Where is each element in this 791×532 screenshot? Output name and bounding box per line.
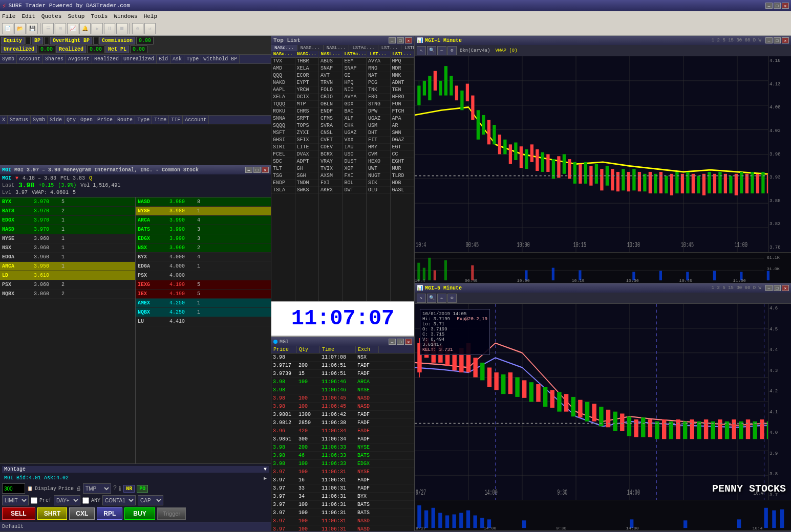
tl-tab-0[interactable]: NASc... (271, 45, 297, 51)
tl-symbol-item[interactable]: TLRD (391, 172, 414, 180)
tl-symbol-item[interactable]: AR (391, 122, 414, 129)
tl-symbol-item[interactable]: AMD (271, 65, 295, 72)
tl-symbol-item[interactable]: XOP (343, 165, 367, 172)
tl-symbol-item[interactable]: TNK (367, 86, 390, 94)
tl-symbol-item[interactable]: SNNA (271, 115, 295, 122)
tl-symbol-item[interactable]: TLT (271, 165, 295, 172)
tl-symbol-item[interactable]: OLU (367, 187, 390, 194)
chart1-minimize[interactable]: — (765, 37, 773, 43)
tl-symbol-item[interactable]: FRO (367, 94, 390, 101)
tl-symbol-item[interactable]: SNAP (319, 65, 343, 72)
limit-select[interactable]: LIMITMKT (2, 495, 29, 505)
tl-symbol-item[interactable]: RNG (367, 65, 390, 72)
tl-symbol-item[interactable]: GASL (391, 187, 414, 194)
cap-select[interactable]: CAP (138, 495, 163, 505)
tl-symbol-item[interactable]: STNG (367, 101, 390, 108)
short-button[interactable]: SHRT (37, 507, 68, 520)
menu-edit[interactable]: Edit (22, 13, 35, 19)
tl-symbol-item[interactable]: SWKS (295, 187, 319, 194)
tl-symbol-item[interactable]: MNK (391, 72, 414, 79)
chart2-window-controls[interactable]: — □ ✕ (765, 285, 789, 291)
menu-file[interactable]: File (2, 13, 15, 19)
chart1-tb-settings[interactable]: ⚙ (447, 46, 457, 55)
chart2-maximize[interactable]: □ (774, 285, 781, 291)
chart1-tb-draw[interactable]: ✏ (437, 46, 446, 55)
maximize-button[interactable]: □ (774, 3, 781, 9)
tl-symbol-item[interactable]: EYPT (295, 79, 319, 86)
l2-bid-row[interactable]: EDGA 3.960 1 (0, 253, 135, 262)
qty-input[interactable] (2, 483, 25, 494)
tl-symbol-item[interactable]: UWT (367, 165, 390, 172)
pref-checkbox[interactable] (31, 497, 37, 504)
tl-symbol-item[interactable]: TVIX (319, 165, 343, 172)
tl-symbol-item[interactable]: HPQ (343, 79, 367, 86)
tb-open[interactable]: 📂 (14, 23, 26, 34)
tb-pause[interactable]: ⏸ (104, 23, 115, 34)
l2-ask-row[interactable]: ARCA 3.990 4 (136, 216, 271, 225)
tl-symbol-item[interactable]: CFMS (319, 115, 343, 122)
chart2-tb-draw[interactable]: ✏ (437, 294, 446, 303)
tl-tab-4[interactable]: LST... (378, 45, 401, 51)
tl-symbol-item[interactable]: UGAZ (343, 129, 367, 137)
tb-new[interactable]: 📄 (2, 23, 13, 34)
toplist-maximize[interactable]: □ (397, 37, 404, 43)
tl-symbol-item[interactable]: HPQ (391, 58, 414, 65)
tb-grid[interactable]: ⊞ (55, 23, 66, 34)
menu-windows[interactable]: Windows (114, 13, 137, 19)
tl-symbol-item[interactable]: SIRI (271, 144, 295, 151)
tl-symbol-item[interactable]: SWN (391, 129, 414, 137)
ts-window-controls[interactable]: — □ ✕ (389, 339, 412, 345)
tl-symbol-item[interactable]: CNSL (319, 129, 343, 137)
tl-symbol-item[interactable]: MTP (295, 101, 319, 108)
tl-symbol-item[interactable]: XELA (295, 65, 319, 72)
tl-symbol-item[interactable]: TEN (391, 86, 414, 94)
l2-bid-row[interactable]: BATS 3.970 2 (0, 207, 135, 216)
tl-symbol-item[interactable]: FIT (367, 137, 390, 144)
tl-symbol-item[interactable]: NUGT (367, 172, 390, 180)
tb-stop[interactable]: ⏹ (116, 23, 127, 34)
l2-ask-row[interactable]: PSX 4.000 (136, 271, 271, 280)
l2-bid-row[interactable]: NSX 3.960 1 (0, 243, 135, 253)
l2-bid-row[interactable]: BYX 3.970 5 (0, 197, 135, 207)
tl-symbol-item[interactable]: NAT (367, 72, 390, 79)
tl-symbol-item[interactable]: EGT (391, 144, 414, 151)
menu-tools[interactable]: Tools (91, 13, 108, 19)
tl-symbol-item[interactable]: CDEV (319, 144, 343, 151)
tl-symbol-item[interactable]: XLF (343, 115, 367, 122)
tl-symbol-item[interactable]: AKRX (319, 187, 343, 194)
l2-bid-row[interactable]: PSX 3.060 2 (0, 280, 135, 290)
tl-symbol-item[interactable]: GH (295, 165, 319, 172)
l2-ask-row[interactable]: BYX 4.000 4 (136, 253, 271, 262)
tl-symbol-item[interactable]: CBIO (319, 94, 343, 101)
tl-symbol-item[interactable]: AVYA (367, 58, 390, 65)
chart1-close[interactable]: ✕ (782, 37, 789, 43)
l2-bid-row[interactable]: NQBX 3.060 2 (0, 290, 135, 299)
l2-bid-row[interactable]: NYSE 3.960 1 (0, 234, 135, 243)
tl-symbol-item[interactable]: BOL (343, 180, 367, 187)
l2-ask-row[interactable]: NSX 3.990 2 (136, 243, 271, 253)
tl-symbol-item[interactable]: UGAZ (367, 115, 390, 122)
tl-symbol-item[interactable]: AVYA (343, 94, 367, 101)
chart2-tb-cursor[interactable]: ↖ (417, 294, 426, 303)
tl-symbol-item[interactable]: USO (343, 151, 367, 158)
replace-button[interactable]: RPL (97, 507, 122, 520)
tl-symbol-item[interactable]: ENDP (319, 108, 343, 115)
tl-symbol-item[interactable]: DGAZ (391, 137, 414, 144)
tl-symbol-item[interactable]: ADPT (295, 158, 319, 165)
tl-symbol-item[interactable]: TQQQ (271, 101, 295, 108)
tl-symbol-item[interactable]: TNDM (295, 180, 319, 187)
tl-symbol-item[interactable]: SRPT (295, 115, 319, 122)
tl-symbol-item[interactable]: LITE (295, 144, 319, 151)
l2-ask-row[interactable]: IEX 4.190 5 (136, 290, 271, 299)
tl-symbol-item[interactable]: VXX (343, 137, 367, 144)
tl-symbol-item[interactable]: GHSI (271, 137, 295, 144)
tl-tab-3[interactable]: LSTAc... (349, 45, 378, 51)
window-controls[interactable]: — □ ✕ (765, 3, 789, 9)
tl-symbol-item[interactable]: AAPL (271, 86, 295, 94)
l2-bid-row[interactable]: ARCA 3.950 1 (0, 262, 135, 271)
tl-symbol-item[interactable]: BCRX (319, 151, 343, 158)
tl-symbol-item[interactable]: SQQQ (271, 122, 295, 129)
tl-symbol-item[interactable]: GDX (343, 101, 367, 108)
tl-symbol-item[interactable]: CHRS (295, 108, 319, 115)
chart2-tb-settings[interactable]: ⚙ (447, 294, 457, 303)
